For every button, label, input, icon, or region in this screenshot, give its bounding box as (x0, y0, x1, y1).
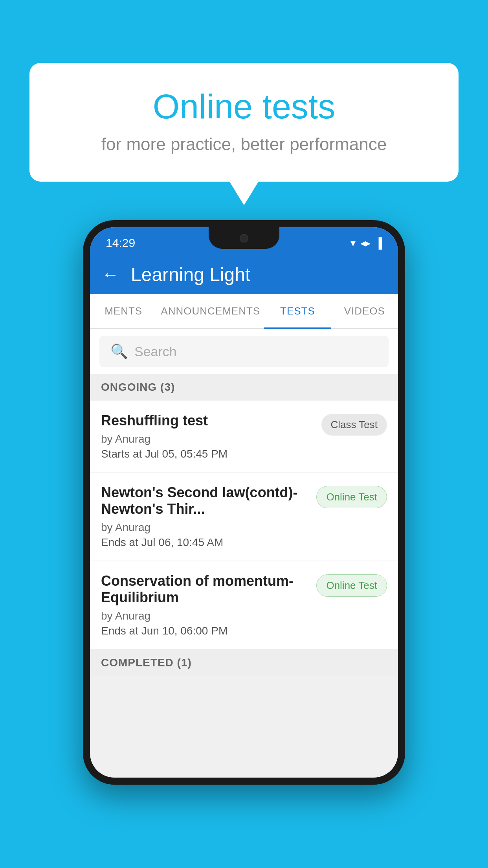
tab-announcements[interactable]: ANNOUNCEMENTS (157, 294, 264, 328)
speech-bubble: Online tests for more practice, better p… (29, 63, 459, 182)
status-icons: ▾ ◂▸ ▐ (350, 237, 382, 249)
phone-frame: 14:29 ▾ ◂▸ ▐ ← Learning Light MENTS ANNO… (83, 220, 405, 785)
bubble-title: Online tests (57, 86, 431, 127)
test-author-newton: by Anurag (101, 521, 310, 534)
tab-tests[interactable]: TESTS (264, 294, 331, 328)
tab-ments[interactable]: MENTS (90, 294, 157, 328)
test-time-newton: Ends at Jul 06, 10:45 AM (101, 536, 310, 549)
badge-online-test-conservation: Online Test (316, 574, 387, 597)
test-author-reshuffling: by Anurag (101, 433, 315, 445)
test-item-conservation[interactable]: Conservation of momentum-Equilibrium by … (90, 561, 398, 649)
test-info-newton: Newton's Second law(contd)-Newton's Thir… (101, 484, 310, 549)
signal-icon: ◂▸ (360, 237, 371, 249)
section-ongoing-header: ONGOING (3) (90, 374, 398, 401)
tabs-bar: MENTS ANNOUNCEMENTS TESTS VIDEOS (90, 294, 398, 329)
tab-videos[interactable]: VIDEOS (331, 294, 398, 328)
search-container: 🔍 Search (90, 329, 398, 374)
app-title: Learning Light (131, 264, 250, 285)
test-name-conservation: Conservation of momentum-Equilibrium (101, 573, 310, 606)
bubble-subtitle: for more practice, better performance (57, 134, 431, 154)
status-time: 14:29 (106, 236, 135, 250)
wifi-icon: ▾ (350, 237, 356, 249)
back-button[interactable]: ← (102, 265, 119, 284)
app-bar: ← Learning Light (90, 255, 398, 294)
phone-notch (209, 227, 279, 249)
search-icon: 🔍 (110, 343, 128, 360)
phone-wrapper: 14:29 ▾ ◂▸ ▐ ← Learning Light MENTS ANNO… (83, 220, 405, 785)
battery-icon: ▐ (375, 237, 382, 249)
test-item-reshuffling[interactable]: Reshuffling test by Anurag Starts at Jul… (90, 401, 398, 473)
phone-screen: 14:29 ▾ ◂▸ ▐ ← Learning Light MENTS ANNO… (90, 227, 398, 778)
test-info-reshuffling: Reshuffling test by Anurag Starts at Jul… (101, 412, 315, 460)
test-time-conservation: Ends at Jun 10, 06:00 PM (101, 625, 310, 637)
section-completed-header: COMPLETED (1) (90, 649, 398, 676)
test-name-newton: Newton's Second law(contd)-Newton's Thir… (101, 484, 310, 517)
test-author-conservation: by Anurag (101, 610, 310, 622)
badge-online-test-newton: Online Test (316, 486, 387, 508)
test-item-newton[interactable]: Newton's Second law(contd)-Newton's Thir… (90, 473, 398, 561)
phone-camera (240, 234, 248, 243)
test-info-conservation: Conservation of momentum-Equilibrium by … (101, 573, 310, 637)
test-time-reshuffling: Starts at Jul 05, 05:45 PM (101, 448, 315, 460)
search-box[interactable]: 🔍 Search (99, 336, 389, 367)
badge-class-test: Class Test (321, 414, 387, 436)
test-name-reshuffling: Reshuffling test (101, 412, 315, 429)
search-placeholder: Search (134, 344, 177, 359)
